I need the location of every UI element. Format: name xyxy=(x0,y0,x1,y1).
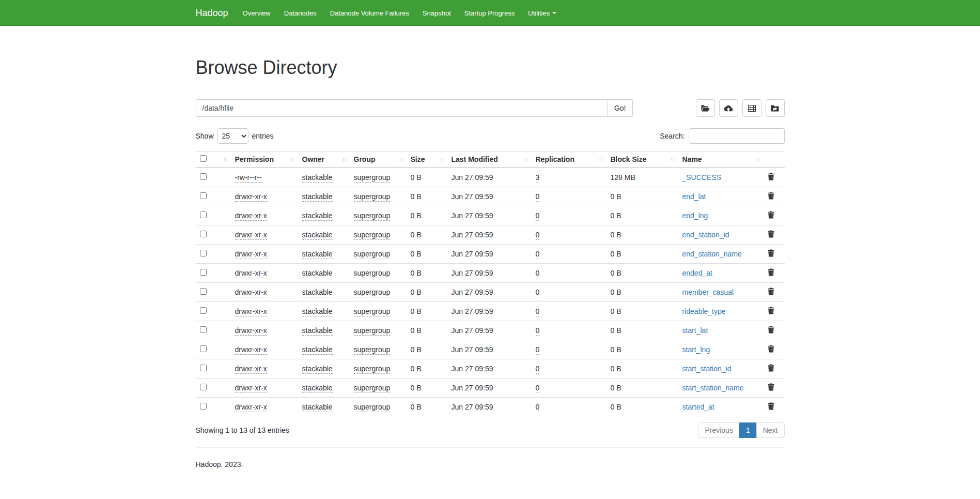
file-name-link[interactable]: end_station_name xyxy=(682,250,742,258)
file-name-link[interactable]: _SUCCESS xyxy=(682,173,721,182)
permission-value[interactable]: drwxr-xr-x xyxy=(235,231,267,240)
row-checkbox[interactable] xyxy=(200,345,207,352)
permission-value[interactable]: drwxr-xr-x xyxy=(235,250,267,259)
trash-icon[interactable] xyxy=(768,345,774,353)
replication-value[interactable]: 0 xyxy=(536,365,540,374)
row-checkbox[interactable] xyxy=(200,269,207,276)
permission-value[interactable]: -rw-r--r-- xyxy=(235,173,262,183)
replication-value[interactable]: 0 xyxy=(536,231,540,240)
file-name-link[interactable]: start_station_id xyxy=(682,365,732,373)
permission-value[interactable]: drwxr-xr-x xyxy=(235,269,267,278)
group-value[interactable]: supergroup xyxy=(354,345,391,355)
group-value[interactable]: supergroup xyxy=(354,365,391,374)
row-checkbox[interactable] xyxy=(200,326,207,333)
nav-item-overview[interactable]: Overview xyxy=(236,0,277,26)
owner-value[interactable]: stackable xyxy=(302,326,333,336)
file-name-link[interactable]: started_at xyxy=(682,403,714,411)
row-checkbox[interactable] xyxy=(200,288,207,295)
row-checkbox[interactable] xyxy=(200,384,207,390)
owner-value[interactable]: stackable xyxy=(302,307,333,316)
replication-value[interactable]: 0 xyxy=(536,403,540,412)
permission-value[interactable]: drwxr-xr-x xyxy=(235,211,267,221)
owner-value[interactable]: stackable xyxy=(302,403,333,412)
owner-value[interactable]: stackable xyxy=(302,192,333,202)
select-all-checkbox[interactable] xyxy=(200,155,207,162)
row-checkbox[interactable] xyxy=(200,211,207,218)
replication-value[interactable]: 0 xyxy=(536,211,540,221)
replication-value[interactable]: 0 xyxy=(536,288,540,297)
group-value[interactable]: supergroup xyxy=(354,269,391,278)
nav-item-utilities[interactable]: Utilities xyxy=(521,0,563,26)
owner-value[interactable]: stackable xyxy=(302,365,333,374)
nav-item-datanodes[interactable]: Datanodes xyxy=(277,0,323,26)
replication-value[interactable]: 0 xyxy=(536,345,540,355)
file-name-link[interactable]: ended_at xyxy=(682,269,712,277)
column-header-group[interactable]: Group ↑↓ xyxy=(350,152,407,168)
sort-icon[interactable]: ↑↓ xyxy=(223,156,228,162)
row-checkbox[interactable] xyxy=(200,231,207,237)
column-header-owner[interactable]: Owner ↑↓ xyxy=(298,152,350,168)
row-checkbox[interactable] xyxy=(200,250,207,256)
column-header-permission[interactable]: Permission ↑↓ xyxy=(231,152,298,168)
file-name-link[interactable]: member_casual xyxy=(682,288,734,296)
table-view-button[interactable] xyxy=(742,99,761,117)
replication-value[interactable]: 0 xyxy=(536,192,540,202)
group-value[interactable]: supergroup xyxy=(354,288,391,297)
trash-icon[interactable] xyxy=(768,326,774,334)
replication-value[interactable]: 0 xyxy=(536,307,540,316)
row-checkbox[interactable] xyxy=(200,192,207,199)
sort-icon[interactable]: ↑↓ xyxy=(524,156,529,162)
trash-icon[interactable] xyxy=(768,211,774,219)
nav-item-snapshot[interactable]: Snapshot xyxy=(416,0,458,26)
replication-value[interactable]: 0 xyxy=(536,250,540,259)
group-value[interactable]: supergroup xyxy=(354,173,391,183)
group-value[interactable]: supergroup xyxy=(354,192,391,202)
owner-value[interactable]: stackable xyxy=(302,231,333,240)
permission-value[interactable]: drwxr-xr-x xyxy=(235,326,267,336)
sort-icon[interactable]: ↑↓ xyxy=(599,156,604,162)
trash-icon[interactable] xyxy=(768,173,774,180)
owner-value[interactable]: stackable xyxy=(302,384,333,393)
brand-link[interactable]: Hadoop xyxy=(196,0,236,26)
replication-value[interactable]: 3 xyxy=(536,173,540,183)
permission-value[interactable]: drwxr-xr-x xyxy=(235,192,267,202)
group-value[interactable]: supergroup xyxy=(354,307,391,316)
sort-icon[interactable]: ↑↓ xyxy=(756,156,761,162)
permission-value[interactable]: drwxr-xr-x xyxy=(235,345,267,355)
pagination-previous[interactable]: Previous xyxy=(698,422,739,438)
page-size-select[interactable]: 25 xyxy=(217,128,248,144)
row-checkbox[interactable] xyxy=(200,307,207,314)
permission-value[interactable]: drwxr-xr-x xyxy=(235,384,267,393)
upload-file-button[interactable] xyxy=(719,99,738,117)
row-checkbox[interactable] xyxy=(200,365,207,371)
select-all-header[interactable]: ↑↓ xyxy=(196,152,231,168)
column-header-last-modified[interactable]: Last Modified ↑↓ xyxy=(447,152,532,168)
group-value[interactable]: supergroup xyxy=(354,231,391,240)
file-name-link[interactable]: start_lat xyxy=(682,326,708,335)
sort-icon[interactable]: ↑↓ xyxy=(342,156,347,162)
search-input[interactable] xyxy=(689,128,785,144)
trash-icon[interactable] xyxy=(768,288,774,295)
replication-value[interactable]: 0 xyxy=(536,384,540,393)
column-header-name[interactable]: Name ↑↓ xyxy=(678,152,764,168)
trash-icon[interactable] xyxy=(768,249,774,257)
replication-value[interactable]: 0 xyxy=(536,326,540,336)
sort-icon[interactable]: ↑↓ xyxy=(440,156,445,162)
pagination-next[interactable]: Next xyxy=(757,422,785,438)
group-value[interactable]: supergroup xyxy=(354,403,391,412)
permission-value[interactable]: drwxr-xr-x xyxy=(235,307,267,316)
column-header-block-size[interactable]: Block Size ↑↓ xyxy=(606,152,678,168)
trash-icon[interactable] xyxy=(768,402,774,410)
permission-value[interactable]: drwxr-xr-x xyxy=(235,403,267,412)
permission-value[interactable]: drwxr-xr-x xyxy=(235,365,267,374)
group-value[interactable]: supergroup xyxy=(354,211,391,221)
sort-icon[interactable]: ↑↓ xyxy=(399,156,404,162)
pagination-page-1[interactable]: 1 xyxy=(740,422,757,438)
group-value[interactable]: supergroup xyxy=(354,384,391,393)
trash-icon[interactable] xyxy=(768,230,774,238)
owner-value[interactable]: stackable xyxy=(302,250,333,259)
path-input[interactable] xyxy=(196,99,608,117)
move-file-button[interactable] xyxy=(766,99,785,117)
column-header-replication[interactable]: Replication ↑↓ xyxy=(532,152,606,168)
file-name-link[interactable]: rideable_type xyxy=(682,307,726,315)
